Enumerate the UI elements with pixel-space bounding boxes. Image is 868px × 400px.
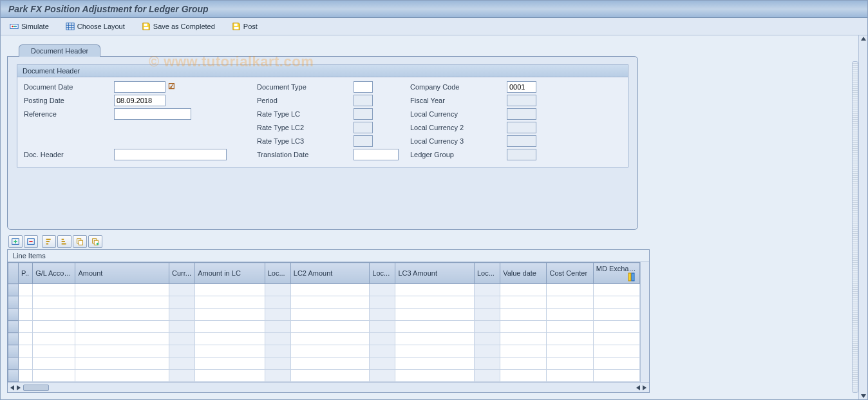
grid-cell[interactable] [169,296,195,309]
grid-cell[interactable] [33,333,75,345]
grid-cell[interactable] [290,296,370,309]
grid-cell[interactable] [169,357,195,370]
grid-cell[interactable] [19,321,33,333]
input-doc-header[interactable] [114,149,227,160]
outer-vertical-scrollbar-track[interactable] [852,61,858,393]
grid-cell[interactable] [395,345,475,357]
grid-cell[interactable] [33,321,75,333]
grid-cell[interactable] [19,284,33,296]
input-document-type[interactable] [354,81,373,93]
grid-cell[interactable] [547,296,593,309]
grid-cell[interactable] [169,333,195,345]
grid-cell[interactable] [265,321,290,333]
grid-cell[interactable] [33,357,75,370]
col-cost-center[interactable]: Cost Center [547,263,593,284]
col-loc3[interactable]: Loc... [475,263,500,284]
col-loc2[interactable]: Loc... [370,263,395,284]
outer-vertical-scrollbar[interactable] [858,35,867,399]
row-selector[interactable] [8,357,19,370]
save-as-completed-button[interactable]: Save as Completed [139,21,218,32]
row-selector[interactable] [8,370,19,382]
post-button[interactable]: Post [229,21,260,32]
insert-row-button[interactable] [8,235,23,248]
duplicate-button[interactable] [88,235,102,248]
col-md-exchange[interactable]: MD Exchange [593,263,639,284]
grid-cell[interactable] [475,345,500,357]
grid-cell[interactable] [547,345,593,357]
grid-cell[interactable] [593,309,639,321]
scroll-left-end-icon[interactable] [636,385,640,390]
grid-cell[interactable] [370,357,395,370]
grid-cell[interactable] [395,370,475,382]
grid-cell[interactable] [290,370,370,382]
grid-cell[interactable] [33,370,75,382]
grid-cell[interactable] [33,296,75,309]
grid-horizontal-scrollbar[interactable] [8,382,649,392]
scroll-left-icon[interactable] [10,385,14,390]
grid-cell[interactable] [195,357,265,370]
input-document-date[interactable] [114,81,165,93]
grid-cell[interactable] [475,333,500,345]
grid-cell[interactable] [265,284,290,296]
grid-cell[interactable] [593,357,639,370]
col-value-date[interactable]: Value date [500,263,547,284]
grid-cell[interactable] [169,345,195,357]
grid-cell[interactable] [290,284,370,296]
row-selector-header[interactable] [8,263,19,284]
grid-cell[interactable] [593,333,639,345]
grid-cell[interactable] [475,284,500,296]
grid-cell[interactable] [395,357,475,370]
grid-cell[interactable] [75,370,169,382]
row-selector[interactable] [8,345,19,357]
grid-cell[interactable] [395,296,475,309]
col-curr[interactable]: Curr... [169,263,195,284]
grid-cell[interactable] [500,333,547,345]
row-selector[interactable] [8,333,19,345]
grid-cell[interactable] [195,333,265,345]
grid-cell[interactable] [475,370,500,382]
config-column-icon[interactable] [628,272,637,281]
grid-cell[interactable] [370,296,395,309]
grid-cell[interactable] [19,309,33,321]
grid-cell[interactable] [33,309,75,321]
choose-layout-button[interactable]: Choose Layout [63,21,127,32]
col-lc2-amount[interactable]: LC2 Amount [290,263,370,284]
row-selector[interactable] [8,309,19,321]
row-selector[interactable] [8,284,19,296]
grid-cell[interactable] [500,309,547,321]
row-selector[interactable] [8,321,19,333]
copy-button[interactable] [73,235,87,248]
grid-cell[interactable] [195,296,265,309]
delete-row-button[interactable] [24,235,38,248]
grid-cell[interactable] [395,284,475,296]
grid-cell[interactable] [370,321,395,333]
grid-cell[interactable] [475,357,500,370]
grid-cell[interactable] [395,321,475,333]
grid-cell[interactable] [500,370,547,382]
grid-cell[interactable] [290,357,370,370]
grid-cell[interactable] [265,357,290,370]
grid-cell[interactable] [33,345,75,357]
grid-cell[interactable] [475,321,500,333]
grid-cell[interactable] [370,333,395,345]
grid-cell[interactable] [75,296,169,309]
f4-help-icon[interactable]: ☑ [167,82,176,91]
grid-cell[interactable] [195,284,265,296]
grid-cell[interactable] [75,309,169,321]
grid-cell[interactable] [195,321,265,333]
input-reference[interactable] [114,108,191,120]
scroll-thumb[interactable] [23,385,49,391]
grid-vertical-scrollbar[interactable] [640,262,649,382]
scroll-right-end-icon[interactable] [643,385,646,390]
grid-cell[interactable] [19,357,33,370]
grid-cell[interactable] [265,333,290,345]
grid-cell[interactable] [593,370,639,382]
grid-cell[interactable] [370,370,395,382]
col-loc1[interactable]: Loc... [265,263,290,284]
grid-cell[interactable] [547,357,593,370]
grid-cell[interactable] [75,321,169,333]
grid-cell[interactable] [33,284,75,296]
grid-cell[interactable] [547,309,593,321]
grid-cell[interactable] [195,345,265,357]
col-p[interactable]: P.. [19,263,33,284]
